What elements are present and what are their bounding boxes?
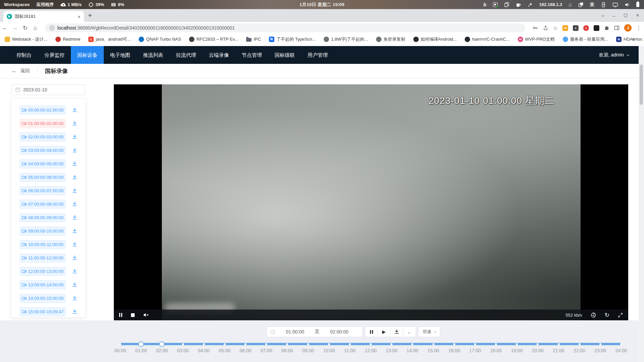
back-button[interactable]: ← bbox=[0, 25, 10, 31]
site-info-icon[interactable]: i bbox=[50, 26, 54, 30]
date-picker[interactable]: 2023-01-10 bbox=[11, 84, 85, 95]
nav-tab[interactable]: 国标级联 bbox=[268, 46, 301, 64]
download-record-button[interactable] bbox=[72, 215, 78, 220]
home-icon[interactable]: ⌂ bbox=[568, 2, 572, 8]
timeline-handle[interactable] bbox=[138, 341, 144, 347]
download-record-button[interactable] bbox=[72, 201, 78, 207]
record-segment-button[interactable]: 11:00:00-12:00:00 bbox=[19, 253, 66, 263]
workspaces-menu[interactable]: Workspaces bbox=[4, 2, 30, 7]
timeline-handle[interactable] bbox=[159, 341, 165, 347]
extensions-puzzle-icon[interactable] bbox=[604, 25, 609, 31]
nav-tab[interactable]: 分屏监控 bbox=[38, 46, 71, 64]
browser-tab[interactable]: 国标28181 × bbox=[3, 11, 84, 22]
record-segment-button[interactable]: 07:00:00-08:00:00 bbox=[19, 200, 66, 209]
bookmark-item[interactable]: QNAP Turbo NAS bbox=[139, 37, 181, 42]
forward-button[interactable]: → bbox=[10, 25, 20, 31]
stop-icon[interactable] bbox=[131, 313, 135, 317]
timeline-track[interactable] bbox=[120, 343, 621, 345]
tray-app-b-icon[interactable]: b bbox=[483, 2, 486, 7]
address-bar[interactable]: i localhost:38080/#/gbRecordDetail/34020… bbox=[45, 24, 525, 32]
stacked-windows-icon[interactable] bbox=[578, 2, 584, 7]
coffee-mug-icon[interactable] bbox=[516, 2, 521, 7]
bookmark-star-icon[interactable]: ☆ bbox=[553, 25, 558, 31]
bookmark-item[interactable]: 知 了不起的 TypeScri... bbox=[269, 36, 316, 42]
side-panel-icon[interactable] bbox=[614, 25, 619, 31]
shutter-settings-icon[interactable] bbox=[591, 312, 596, 318]
back-link[interactable]: 返回 bbox=[20, 68, 30, 74]
video-player[interactable]: 2023-01-10 01:00:00 星期二 552 kb/s ↻ bbox=[114, 84, 628, 320]
bookmark-item[interactable]: 免登录复制 bbox=[376, 36, 405, 42]
nav-tab[interactable]: 推流列表 bbox=[137, 46, 170, 64]
tab-close-icon[interactable]: × bbox=[78, 14, 81, 19]
mute-icon[interactable] bbox=[143, 313, 149, 317]
bookmark-item[interactable]: IPC bbox=[246, 37, 261, 42]
profile-avatar[interactable]: J bbox=[624, 24, 632, 32]
nav-tab[interactable]: 电子地图 bbox=[104, 46, 137, 64]
download-record-button[interactable] bbox=[72, 242, 78, 247]
bookmark-item[interactable]: C java、android可... bbox=[88, 36, 131, 42]
refresh-icon[interactable]: ↻ bbox=[605, 312, 609, 318]
bookmarks-overflow-icon[interactable]: » bbox=[632, 36, 640, 42]
clock[interactable]: 1月10日 星期二 15∶09 bbox=[300, 2, 344, 8]
play-button[interactable]: ▶ bbox=[378, 326, 390, 337]
extension-red-icon[interactable]: x bbox=[583, 25, 589, 31]
time-range-input[interactable]: 01:00:00 至 02:00:00 bbox=[267, 326, 363, 337]
download-record-button[interactable] bbox=[72, 188, 78, 193]
passkey-icon[interactable] bbox=[533, 25, 538, 31]
download-record-button[interactable] bbox=[72, 134, 78, 139]
page-scrollbar[interactable] bbox=[639, 46, 644, 362]
extension-black-icon[interactable] bbox=[594, 25, 599, 31]
nav-tab[interactable]: 控制台 bbox=[10, 46, 38, 64]
display-icon[interactable] bbox=[612, 2, 618, 7]
bookmark-item[interactable]: Redmine bbox=[55, 37, 80, 42]
extension-js-icon[interactable]: JS bbox=[562, 25, 568, 31]
download-record-button[interactable] bbox=[72, 295, 78, 301]
nav-tab[interactable]: 国标设备 bbox=[71, 46, 104, 64]
download-record-button[interactable] bbox=[72, 107, 78, 113]
record-segment-button[interactable]: 15:00:00-15:09:47 bbox=[19, 307, 66, 316]
pause-button[interactable] bbox=[365, 326, 378, 337]
download-record-button[interactable] bbox=[72, 121, 78, 126]
user-menu[interactable]: 欢迎, admin bbox=[599, 52, 639, 58]
download-record-button[interactable] bbox=[72, 282, 78, 287]
bookmark-item[interactable]: 1.8W字|了不起的... bbox=[324, 36, 368, 42]
bookmark-item[interactable]: W WVP-PRO文档 bbox=[518, 36, 555, 42]
bookmark-item[interactable]: hairrrrr/C-CrashC... bbox=[465, 37, 509, 42]
nav-tab[interactable]: 用户管理 bbox=[301, 46, 334, 64]
record-segment-button[interactable]: 03:00:00-04:00:00 bbox=[19, 146, 66, 155]
bookmark-item[interactable]: 如何编译Android... bbox=[413, 36, 457, 42]
extension-dark-icon[interactable]: ● bbox=[573, 25, 579, 31]
applications-menu[interactable]: 应用程序 bbox=[36, 2, 54, 8]
scrollbar-thumb[interactable] bbox=[640, 65, 643, 105]
close-button[interactable]: × bbox=[636, 12, 639, 19]
download-record-button[interactable] bbox=[72, 148, 78, 153]
nav-tab[interactable]: 拉流代理 bbox=[170, 46, 202, 64]
nav-tab[interactable]: 节点管理 bbox=[235, 46, 268, 64]
download-record-button[interactable] bbox=[72, 228, 78, 234]
download-record-button[interactable] bbox=[72, 309, 78, 314]
fullscreen-icon[interactable] bbox=[618, 313, 623, 318]
download-record-button[interactable] bbox=[72, 255, 78, 260]
record-segment-button[interactable]: 10:00:00-11:00:00 bbox=[19, 240, 66, 249]
download-button[interactable] bbox=[390, 326, 403, 337]
start-time-value[interactable]: 01:00:00 bbox=[275, 329, 315, 334]
download-record-button[interactable] bbox=[72, 269, 78, 274]
new-tab-button[interactable]: + bbox=[88, 12, 92, 19]
color-picker-icon[interactable] bbox=[527, 2, 533, 7]
record-segment-button[interactable]: 08:00:00-09:00:00 bbox=[19, 213, 66, 222]
record-segment-button[interactable]: 13:00:00-14:00:00 bbox=[19, 280, 66, 289]
download-record-button[interactable] bbox=[72, 174, 78, 180]
reload-button[interactable]: ↻ bbox=[20, 25, 30, 32]
nav-tab[interactable]: 云端录像 bbox=[202, 46, 235, 64]
input-method-indicator[interactable]: 英 bbox=[590, 2, 594, 8]
speaker-icon[interactable] bbox=[625, 2, 630, 7]
end-time-value[interactable]: 02:00:00 bbox=[320, 329, 359, 334]
record-segment-button[interactable]: 00:00:00-01:00:00 bbox=[19, 106, 66, 115]
record-segment-button[interactable]: 02:00:00-03:00:00 bbox=[19, 132, 66, 142]
record-segment-button[interactable]: 14:00:00-15:00:00 bbox=[19, 294, 66, 303]
speed-dropdown[interactable]: 倍速 bbox=[418, 326, 440, 337]
phone-rotate-icon[interactable] bbox=[601, 2, 606, 7]
tray-window-icon[interactable] bbox=[493, 2, 498, 7]
seek-back-button[interactable]: ← bbox=[403, 326, 416, 337]
pause-icon[interactable] bbox=[119, 313, 122, 317]
